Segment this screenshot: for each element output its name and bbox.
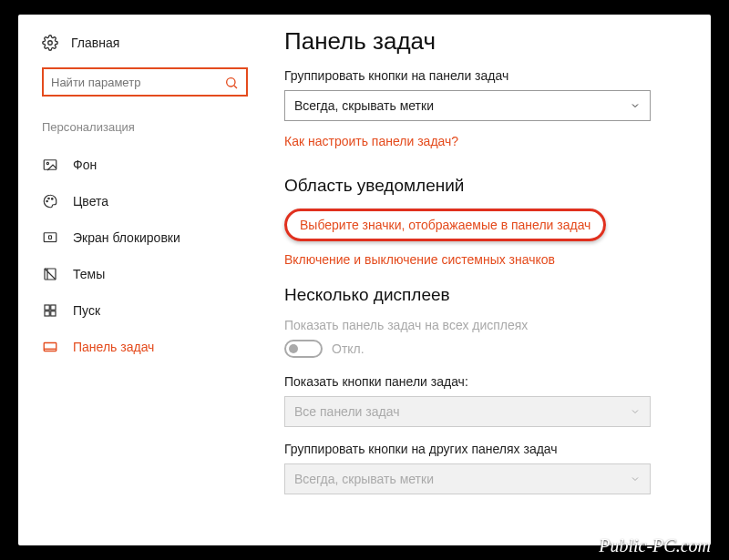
home-button[interactable]: Главная xyxy=(42,35,262,51)
svg-point-6 xyxy=(48,198,50,199)
select-icons-link[interactable]: Выберите значки, отображаемые в панели з… xyxy=(300,218,590,232)
home-label: Главная xyxy=(71,36,119,50)
highlight-callout: Выберите значки, отображаемые в панели з… xyxy=(284,209,606,241)
toggle-state-text: Откл. xyxy=(332,341,364,356)
group-other-label: Группировать кнопки на других панелях за… xyxy=(284,442,689,456)
svg-rect-15 xyxy=(44,343,56,351)
settings-window: Главная Персонализация Фон Цвета xyxy=(18,15,711,545)
content-area: Панель задач Группировать кнопки на пане… xyxy=(262,15,711,545)
svg-rect-9 xyxy=(49,236,52,239)
multiple-displays-heading: Несколько дисплеев xyxy=(284,285,689,305)
taskbar-icon xyxy=(42,339,58,355)
nav-label: Фон xyxy=(73,158,97,172)
group-buttons-label: Группировать кнопки на панели задач xyxy=(284,68,689,83)
nav-label: Темы xyxy=(73,267,105,281)
svg-point-4 xyxy=(46,162,48,164)
nav-label: Экран блокировки xyxy=(73,230,180,245)
sidebar-group-title: Персонализация xyxy=(42,120,262,134)
sidebar-item-colors[interactable]: Цвета xyxy=(42,183,262,219)
nav-label: Пуск xyxy=(73,303,100,318)
sidebar-item-background[interactable]: Фон xyxy=(42,147,262,183)
svg-point-0 xyxy=(48,41,53,46)
notification-area-heading: Область уведомлений xyxy=(284,176,689,196)
sidebar-item-taskbar[interactable]: Панель задач xyxy=(42,329,262,365)
chevron-down-icon xyxy=(630,473,641,484)
show-buttons-select[interactable]: Все панели задач xyxy=(284,396,651,427)
svg-rect-12 xyxy=(51,305,56,310)
svg-rect-11 xyxy=(45,305,49,310)
page-title: Панель задач xyxy=(284,27,689,56)
start-icon xyxy=(42,302,58,319)
themes-icon xyxy=(42,266,58,282)
select-value: Все панели задач xyxy=(294,404,399,419)
search-icon xyxy=(224,76,239,90)
show-buttons-label: Показать кнопки панели задач: xyxy=(284,374,689,389)
search-box[interactable] xyxy=(42,67,248,97)
select-value: Всегда, скрывать метки xyxy=(294,472,434,486)
image-icon xyxy=(42,157,58,173)
sidebar-item-lockscreen[interactable]: Экран блокировки xyxy=(42,219,262,256)
svg-line-2 xyxy=(234,86,237,88)
chevron-down-icon xyxy=(630,100,641,111)
show-all-displays-label: Показать панель задач на всех дисплеях xyxy=(284,318,689,332)
sidebar-item-start[interactable]: Пуск xyxy=(42,292,262,329)
svg-rect-8 xyxy=(44,233,56,242)
search-input[interactable] xyxy=(51,76,219,89)
sidebar-item-themes[interactable]: Темы xyxy=(42,256,262,292)
system-icons-link[interactable]: Включение и выключение системных значков xyxy=(284,252,689,267)
lockscreen-icon xyxy=(42,229,58,246)
watermark: Public-PC.com xyxy=(599,535,711,556)
select-value: Всегда, скрывать метки xyxy=(294,98,434,113)
palette-icon xyxy=(42,193,58,209)
configure-taskbar-link[interactable]: Как настроить панели задач? xyxy=(284,134,458,148)
gear-icon xyxy=(42,35,58,51)
svg-rect-14 xyxy=(51,311,56,316)
chevron-down-icon xyxy=(630,406,641,417)
svg-point-7 xyxy=(52,199,54,200)
sidebar: Главная Персонализация Фон Цвета xyxy=(18,15,262,545)
group-other-select[interactable]: Всегда, скрывать метки xyxy=(284,463,651,494)
svg-point-1 xyxy=(227,78,235,87)
group-buttons-select[interactable]: Всегда, скрывать метки xyxy=(284,90,651,121)
nav-label: Панель задач xyxy=(73,340,154,354)
svg-rect-13 xyxy=(45,311,49,316)
show-all-displays-toggle[interactable] xyxy=(284,340,323,358)
svg-point-5 xyxy=(46,200,48,202)
nav-label: Цвета xyxy=(73,194,108,209)
